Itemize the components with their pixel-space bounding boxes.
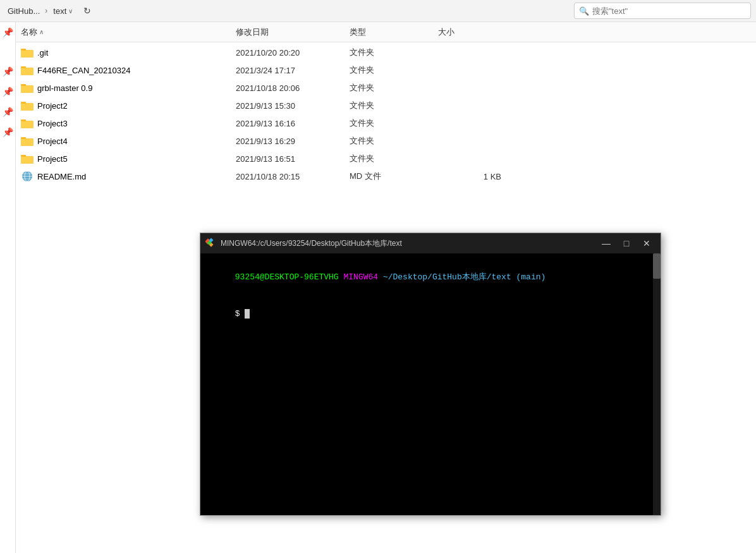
table-row[interactable]: .git 2021/10/20 20:20 文件夹	[16, 44, 756, 61]
pin-icon-4[interactable]: 📌	[3, 107, 13, 117]
folder-icon	[21, 47, 34, 58]
terminal-line-1: 93254@DESKTOP-96ETVHG MINGW64 ~/Desktop/…	[205, 258, 655, 296]
file-name: grbl-master 0.9	[37, 83, 92, 93]
file-name-cell: .git	[21, 47, 236, 58]
terminal-maximize-button[interactable]: □	[618, 236, 635, 250]
file-size: 1 KB	[438, 172, 501, 181]
file-type: MD 文件	[350, 171, 438, 182]
terminal-close-button[interactable]: ✕	[638, 236, 655, 250]
svg-rect-6	[21, 103, 34, 111]
terminal-title-bar: MINGW64:/c/Users/93254/Desktop/GitHub本地库…	[200, 233, 661, 253]
file-name: F446RE_CAN_20210324	[37, 66, 130, 75]
col-date-label: 修改日期	[236, 27, 269, 38]
svg-rect-0	[21, 50, 34, 58]
svg-rect-13	[21, 155, 26, 157]
svg-rect-1	[21, 49, 26, 51]
file-date: 2021/10/18 20:15	[236, 172, 350, 181]
table-row[interactable]: Project3 2021/9/13 16:16 文件夹	[16, 114, 756, 132]
file-type: 文件夹	[350, 47, 438, 58]
table-row[interactable]: Project4 2021/9/13 16:29 文件夹	[16, 132, 756, 150]
file-date: 2021/10/18 20:06	[236, 83, 350, 93]
pin-icon-5[interactable]: 📌	[3, 127, 13, 137]
col-header-type[interactable]: 类型	[350, 27, 438, 38]
col-header-size[interactable]: 大小	[438, 27, 501, 38]
svg-rect-9	[21, 119, 26, 121]
search-container: 🔍	[574, 3, 751, 19]
col-header-date[interactable]: 修改日期	[236, 27, 350, 38]
file-type: 文件夹	[350, 100, 438, 111]
file-name: Project5	[37, 154, 68, 164]
terminal-line-2: $ ​	[205, 296, 655, 333]
file-type: 文件夹	[350, 135, 438, 147]
file-date: 2021/3/24 17:17	[236, 66, 350, 75]
terminal-title-text: MINGW64:/c/Users/93254/Desktop/GitHub本地库…	[221, 238, 594, 249]
folder-icon	[21, 154, 34, 164]
terminal-body[interactable]: 93254@DESKTOP-96ETVHG MINGW64 ~/Desktop/…	[200, 253, 661, 515]
terminal-minimize-button[interactable]: —	[597, 236, 615, 250]
terminal-prompt: $	[235, 309, 245, 319]
file-name: Project4	[37, 137, 68, 146]
file-type: 文件夹	[350, 153, 438, 164]
file-icon	[21, 171, 34, 182]
table-row[interactable]: grbl-master 0.9 2021/10/18 20:06 文件夹	[16, 79, 756, 97]
terminal-scrollbar-thumb[interactable]	[653, 253, 661, 279]
table-row[interactable]: Project2 2021/9/13 15:30 文件夹	[16, 97, 756, 114]
file-name: Project3	[37, 119, 68, 128]
file-date: 2021/9/13 16:16	[236, 119, 350, 128]
refresh-button[interactable]: ↻	[78, 2, 96, 20]
column-headers: 名称 ∧ 修改日期 类型 大小	[16, 22, 756, 42]
file-name-cell: Project3	[21, 118, 236, 128]
col-name-label: 名称	[21, 27, 37, 38]
git-logo-icon	[205, 238, 217, 249]
col-header-name[interactable]: 名称 ∧	[21, 27, 236, 38]
terminal-controls: — □ ✕	[597, 236, 655, 250]
file-name: README.md	[37, 172, 86, 181]
table-row[interactable]: F446RE_CAN_20210324 2021/3/24 17:17 文件夹	[16, 61, 756, 79]
terminal-app: MINGW64	[343, 272, 378, 282]
sort-arrow-icon: ∧	[39, 28, 44, 35]
table-row[interactable]: README.md 2021/10/18 20:15 MD 文件 1 KB	[16, 167, 756, 185]
breadcrumb-area: GitHub... › text ∨ ↻	[5, 2, 570, 20]
file-name: Project2	[37, 101, 68, 111]
file-name-cell: README.md	[21, 171, 236, 182]
svg-rect-2	[21, 68, 34, 75]
file-name: .git	[37, 48, 48, 58]
col-type-label: 类型	[350, 27, 366, 38]
col-size-label: 大小	[438, 27, 454, 38]
folder-icon	[21, 136, 34, 146]
breadcrumb-current-label: text	[53, 6, 66, 16]
terminal-window: MINGW64:/c/Users/93254/Desktop/GitHub本地库…	[200, 233, 661, 516]
chevron-down-icon: ∨	[68, 8, 73, 15]
file-date: 2021/9/13 16:29	[236, 137, 350, 146]
file-name-cell: F446RE_CAN_20210324	[21, 65, 236, 75]
pin-icon-1[interactable]: 📌	[3, 27, 13, 37]
breadcrumb-parent[interactable]: GitHub...	[5, 5, 42, 17]
file-date: 2021/9/13 15:30	[236, 101, 350, 111]
file-name-cell: grbl-master 0.9	[21, 83, 236, 93]
title-bar: GitHub... › text ∨ ↻ 🔍	[0, 0, 756, 22]
svg-rect-10	[21, 138, 34, 146]
svg-rect-11	[21, 137, 26, 139]
terminal-scrollbar[interactable]	[653, 253, 661, 515]
terminal-branch: (main)	[516, 272, 546, 282]
svg-rect-7	[21, 102, 26, 104]
search-input[interactable]	[574, 3, 751, 19]
file-type: 文件夹	[350, 118, 438, 129]
folder-icon	[21, 83, 34, 93]
breadcrumb-current[interactable]: text ∨	[50, 4, 76, 18]
file-name-cell: Project5	[21, 154, 236, 164]
pin-icon-3[interactable]: 📌	[3, 87, 13, 97]
folder-icon	[21, 65, 34, 75]
file-name-cell: Project4	[21, 136, 236, 146]
file-type: 文件夹	[350, 82, 438, 94]
svg-rect-12	[21, 156, 34, 164]
folder-icon	[21, 118, 34, 128]
file-date: 2021/9/13 16:51	[236, 154, 350, 164]
svg-rect-8	[21, 121, 34, 128]
folder-icon	[21, 100, 34, 111]
table-row[interactable]: Project5 2021/9/13 16:51 文件夹	[16, 150, 756, 167]
pin-icon-2[interactable]: 📌	[3, 66, 13, 76]
breadcrumb-separator: ›	[45, 6, 47, 15]
file-date: 2021/10/20 20:20	[236, 48, 350, 58]
svg-rect-4	[21, 85, 34, 93]
